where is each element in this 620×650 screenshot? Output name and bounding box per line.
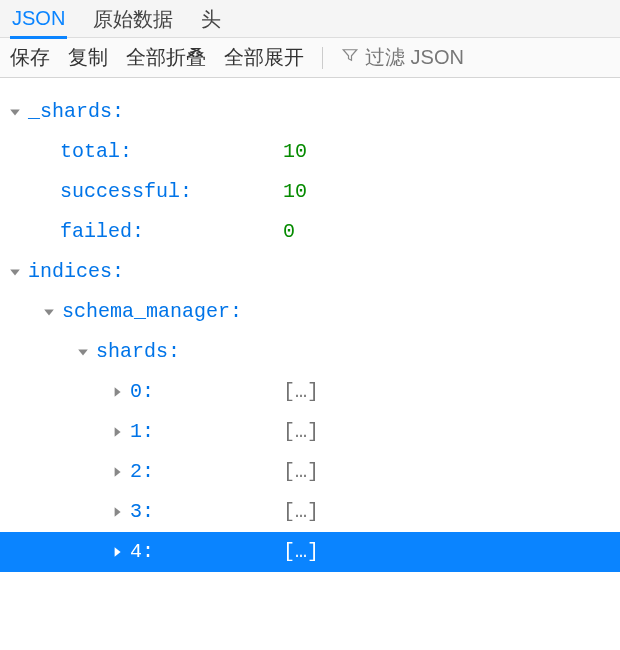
collapse-all-button[interactable]: 全部折叠 xyxy=(126,44,206,71)
chevron-right-icon[interactable] xyxy=(108,386,126,398)
colon: : xyxy=(180,172,192,212)
colon: : xyxy=(142,412,154,452)
tree-row-successful[interactable]: successful: 10 xyxy=(0,172,620,212)
colon: : xyxy=(168,332,180,372)
tree-row-total[interactable]: total: 10 xyxy=(0,132,620,172)
tree-row-failed[interactable]: failed: 0 xyxy=(0,212,620,252)
chevron-right-icon[interactable] xyxy=(108,466,126,478)
tree-row-shards[interactable]: _shards: xyxy=(0,92,620,132)
tree-value: […] xyxy=(283,532,319,572)
colon: : xyxy=(142,492,154,532)
tree-value: 10 xyxy=(283,132,307,172)
tree-key: 4 xyxy=(130,532,142,572)
colon: : xyxy=(142,372,154,412)
tree-key: failed xyxy=(60,212,132,252)
tree-value: […] xyxy=(283,492,319,532)
tree-value: […] xyxy=(283,412,319,452)
tree-key: _shards xyxy=(28,92,112,132)
chevron-down-icon[interactable] xyxy=(6,106,24,118)
chevron-down-icon[interactable] xyxy=(6,266,24,278)
tree-row-shard-3[interactable]: 3: […] xyxy=(0,492,620,532)
tree-key: successful xyxy=(60,172,180,212)
colon: : xyxy=(112,252,124,292)
tree-key: shards xyxy=(96,332,168,372)
chevron-down-icon[interactable] xyxy=(74,346,92,358)
tab-headers[interactable]: 头 xyxy=(199,1,223,37)
tree-key: total xyxy=(60,132,120,172)
tree-key: schema_manager xyxy=(62,292,230,332)
colon: : xyxy=(120,132,132,172)
tab-json[interactable]: JSON xyxy=(10,0,67,39)
toolbar-separator xyxy=(322,47,323,69)
tree-key: 1 xyxy=(130,412,142,452)
tree-value: […] xyxy=(283,372,319,412)
chevron-down-icon[interactable] xyxy=(40,306,58,318)
colon: : xyxy=(112,92,124,132)
expand-all-button[interactable]: 全部展开 xyxy=(224,44,304,71)
tree-key: 3 xyxy=(130,492,142,532)
tree-row-indices[interactable]: indices: xyxy=(0,252,620,292)
view-tabs: JSON 原始数据 头 xyxy=(0,0,620,38)
json-tree: _shards: total: 10 successful: 10 failed… xyxy=(0,78,620,572)
json-toolbar: 保存 复制 全部折叠 全部展开 过滤 JSON xyxy=(0,38,620,78)
tree-row-shard-2[interactable]: 2: […] xyxy=(0,452,620,492)
tree-value: […] xyxy=(283,452,319,492)
tab-raw-data[interactable]: 原始数据 xyxy=(91,1,175,37)
colon: : xyxy=(230,292,242,332)
chevron-right-icon[interactable] xyxy=(108,506,126,518)
colon: : xyxy=(142,532,154,572)
tree-key: 2 xyxy=(130,452,142,492)
save-button[interactable]: 保存 xyxy=(10,44,50,71)
tree-value: 10 xyxy=(283,172,307,212)
tree-row-shard-1[interactable]: 1: […] xyxy=(0,412,620,452)
colon: : xyxy=(142,452,154,492)
tree-row-schema-manager[interactable]: schema_manager: xyxy=(0,292,620,332)
colon: : xyxy=(132,212,144,252)
tree-row-shard-4[interactable]: 4: […] xyxy=(0,532,620,572)
copy-button[interactable]: 复制 xyxy=(68,44,108,71)
chevron-right-icon[interactable] xyxy=(108,546,126,558)
tree-row-inner-shards[interactable]: shards: xyxy=(0,332,620,372)
tree-key: indices xyxy=(28,252,112,292)
filter-placeholder: 过滤 JSON xyxy=(365,44,464,71)
tree-value: 0 xyxy=(283,212,295,252)
filter-json[interactable]: 过滤 JSON xyxy=(341,44,464,71)
chevron-right-icon[interactable] xyxy=(108,426,126,438)
tree-key: 0 xyxy=(130,372,142,412)
funnel-icon xyxy=(341,46,359,69)
tree-row-shard-0[interactable]: 0: […] xyxy=(0,372,620,412)
